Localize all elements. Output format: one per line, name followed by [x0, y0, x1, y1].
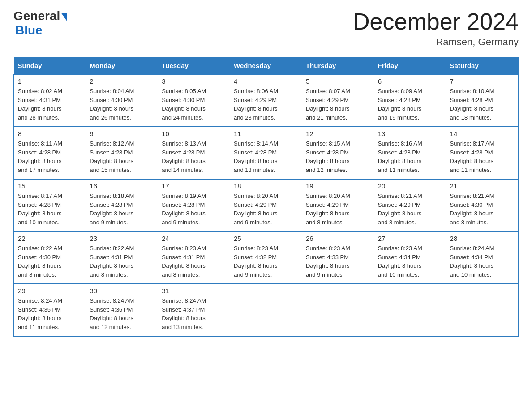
day-number: 12 [306, 130, 370, 137]
day-number: 5 [306, 77, 370, 85]
day-info: Sunrise: 8:13 AM Sunset: 4:28 PM Dayligh… [162, 139, 226, 174]
day-number: 22 [18, 235, 82, 242]
day-cell [446, 284, 518, 336]
day-cell [302, 284, 374, 336]
day-info: Sunrise: 8:18 AM Sunset: 4:28 PM Dayligh… [90, 192, 154, 227]
day-number: 15 [18, 182, 82, 190]
day-info: Sunrise: 8:06 AM Sunset: 4:29 PM Dayligh… [234, 87, 298, 122]
day-cell: 23 Sunrise: 8:22 AM Sunset: 4:31 PM Dayl… [86, 231, 158, 284]
calendar-table: SundayMondayTuesdayWednesdayThursdayFrid… [13, 57, 519, 337]
day-cell: 31 Sunrise: 8:24 AM Sunset: 4:37 PM Dayl… [158, 284, 230, 336]
day-cell: 7 Sunrise: 8:10 AM Sunset: 4:28 PM Dayli… [446, 74, 518, 127]
day-cell: 16 Sunrise: 8:18 AM Sunset: 4:28 PM Dayl… [86, 179, 158, 231]
day-cell: 2 Sunrise: 8:04 AM Sunset: 4:30 PM Dayli… [86, 74, 158, 127]
day-number: 17 [162, 182, 226, 190]
day-info: Sunrise: 8:24 AM Sunset: 4:36 PM Dayligh… [90, 296, 154, 331]
day-cell: 5 Sunrise: 8:07 AM Sunset: 4:29 PM Dayli… [302, 74, 374, 127]
day-number: 23 [90, 235, 154, 242]
day-info: Sunrise: 8:05 AM Sunset: 4:30 PM Dayligh… [162, 87, 226, 122]
day-cell: 6 Sunrise: 8:09 AM Sunset: 4:28 PM Dayli… [374, 74, 446, 127]
header-cell-friday: Friday [374, 57, 446, 75]
day-info: Sunrise: 8:22 AM Sunset: 4:30 PM Dayligh… [18, 244, 82, 279]
day-cell: 19 Sunrise: 8:20 AM Sunset: 4:29 PM Dayl… [302, 179, 374, 231]
header-cell-thursday: Thursday [302, 57, 374, 75]
day-cell [230, 284, 302, 336]
day-cell: 28 Sunrise: 8:24 AM Sunset: 4:34 PM Dayl… [446, 231, 518, 284]
day-number: 6 [378, 77, 442, 85]
day-info: Sunrise: 8:15 AM Sunset: 4:28 PM Dayligh… [306, 139, 370, 174]
logo-text: General [13, 9, 67, 23]
day-cell: 4 Sunrise: 8:06 AM Sunset: 4:29 PM Dayli… [230, 74, 302, 127]
header-cell-saturday: Saturday [446, 57, 518, 75]
day-number: 8 [18, 130, 82, 137]
day-cell: 25 Sunrise: 8:23 AM Sunset: 4:32 PM Dayl… [230, 231, 302, 284]
day-cell: 27 Sunrise: 8:23 AM Sunset: 4:34 PM Dayl… [374, 231, 446, 284]
day-info: Sunrise: 8:22 AM Sunset: 4:31 PM Dayligh… [90, 244, 154, 279]
day-cell: 24 Sunrise: 8:23 AM Sunset: 4:31 PM Dayl… [158, 231, 230, 284]
day-number: 9 [90, 130, 154, 137]
day-number: 3 [162, 77, 226, 85]
day-number: 2 [90, 77, 154, 85]
week-row-3: 15 Sunrise: 8:17 AM Sunset: 4:28 PM Dayl… [14, 179, 518, 231]
day-cell: 20 Sunrise: 8:21 AM Sunset: 4:29 PM Dayl… [374, 179, 446, 231]
day-info: Sunrise: 8:09 AM Sunset: 4:28 PM Dayligh… [378, 87, 442, 122]
day-info: Sunrise: 8:24 AM Sunset: 4:34 PM Dayligh… [450, 244, 514, 279]
day-number: 4 [234, 77, 298, 85]
day-number: 25 [234, 235, 298, 242]
day-cell: 1 Sunrise: 8:02 AM Sunset: 4:31 PM Dayli… [14, 74, 86, 127]
day-cell: 3 Sunrise: 8:05 AM Sunset: 4:30 PM Dayli… [158, 74, 230, 127]
day-number: 20 [378, 182, 442, 190]
month-title: December 2024 [353, 9, 519, 34]
day-cell: 9 Sunrise: 8:12 AM Sunset: 4:28 PM Dayli… [86, 127, 158, 179]
day-cell: 14 Sunrise: 8:17 AM Sunset: 4:28 PM Dayl… [446, 127, 518, 179]
logo-general: General [13, 9, 60, 23]
day-cell: 26 Sunrise: 8:23 AM Sunset: 4:33 PM Dayl… [302, 231, 374, 284]
day-cell: 21 Sunrise: 8:21 AM Sunset: 4:30 PM Dayl… [446, 179, 518, 231]
header-cell-tuesday: Tuesday [158, 57, 230, 75]
location: Ramsen, Germany [353, 36, 519, 48]
day-number: 26 [306, 235, 370, 242]
day-number: 14 [450, 130, 514, 137]
logo: General Blue [13, 9, 67, 38]
header-cell-sunday: Sunday [14, 57, 86, 75]
day-cell: 22 Sunrise: 8:22 AM Sunset: 4:30 PM Dayl… [14, 231, 86, 284]
day-cell: 29 Sunrise: 8:24 AM Sunset: 4:35 PM Dayl… [14, 284, 86, 336]
day-number: 16 [90, 182, 154, 190]
day-number: 27 [378, 235, 442, 242]
day-cell: 18 Sunrise: 8:20 AM Sunset: 4:29 PM Dayl… [230, 179, 302, 231]
day-info: Sunrise: 8:24 AM Sunset: 4:35 PM Dayligh… [18, 296, 82, 331]
day-info: Sunrise: 8:20 AM Sunset: 4:29 PM Dayligh… [234, 192, 298, 227]
day-info: Sunrise: 8:23 AM Sunset: 4:34 PM Dayligh… [378, 244, 442, 279]
day-number: 21 [450, 182, 514, 190]
day-number: 13 [378, 130, 442, 137]
day-info: Sunrise: 8:23 AM Sunset: 4:31 PM Dayligh… [162, 244, 226, 279]
day-info: Sunrise: 8:17 AM Sunset: 4:28 PM Dayligh… [18, 192, 82, 227]
day-cell: 13 Sunrise: 8:16 AM Sunset: 4:28 PM Dayl… [374, 127, 446, 179]
day-info: Sunrise: 8:19 AM Sunset: 4:28 PM Dayligh… [162, 192, 226, 227]
week-row-2: 8 Sunrise: 8:11 AM Sunset: 4:28 PM Dayli… [14, 127, 518, 179]
day-cell [374, 284, 446, 336]
day-info: Sunrise: 8:12 AM Sunset: 4:28 PM Dayligh… [90, 139, 154, 174]
header-cell-wednesday: Wednesday [230, 57, 302, 75]
day-number: 18 [234, 182, 298, 190]
day-number: 24 [162, 235, 226, 242]
day-info: Sunrise: 8:14 AM Sunset: 4:28 PM Dayligh… [234, 139, 298, 174]
title-block: December 2024 Ramsen, Germany [353, 9, 519, 48]
day-cell: 30 Sunrise: 8:24 AM Sunset: 4:36 PM Dayl… [86, 284, 158, 336]
day-number: 19 [306, 182, 370, 190]
day-number: 1 [18, 77, 82, 85]
day-number: 28 [450, 235, 514, 242]
week-row-1: 1 Sunrise: 8:02 AM Sunset: 4:31 PM Dayli… [14, 74, 518, 127]
day-info: Sunrise: 8:21 AM Sunset: 4:30 PM Dayligh… [450, 192, 514, 227]
day-info: Sunrise: 8:20 AM Sunset: 4:29 PM Dayligh… [306, 192, 370, 227]
day-number: 29 [18, 287, 82, 295]
day-cell: 10 Sunrise: 8:13 AM Sunset: 4:28 PM Dayl… [158, 127, 230, 179]
day-info: Sunrise: 8:16 AM Sunset: 4:28 PM Dayligh… [378, 139, 442, 174]
day-number: 10 [162, 130, 226, 137]
day-info: Sunrise: 8:11 AM Sunset: 4:28 PM Dayligh… [18, 139, 82, 174]
day-number: 30 [90, 287, 154, 295]
day-info: Sunrise: 8:24 AM Sunset: 4:37 PM Dayligh… [162, 296, 226, 331]
day-cell: 8 Sunrise: 8:11 AM Sunset: 4:28 PM Dayli… [14, 127, 86, 179]
day-info: Sunrise: 8:02 AM Sunset: 4:31 PM Dayligh… [18, 87, 82, 122]
day-info: Sunrise: 8:21 AM Sunset: 4:29 PM Dayligh… [378, 192, 442, 227]
